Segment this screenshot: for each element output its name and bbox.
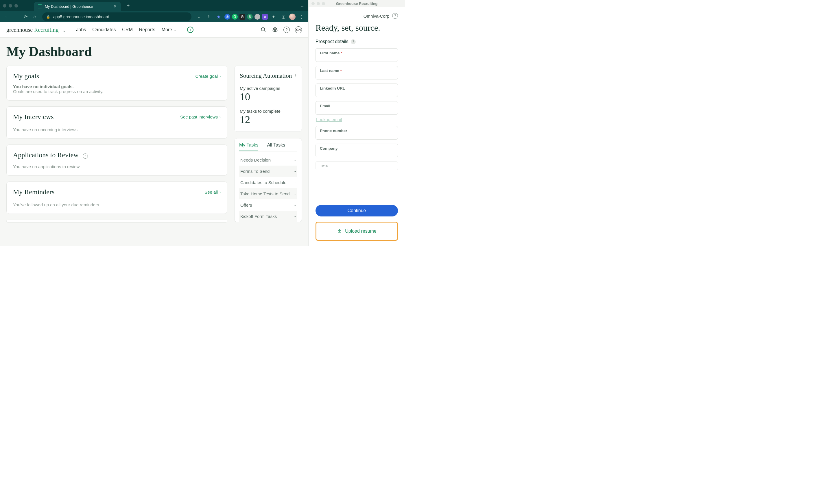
task-value: - xyxy=(294,203,296,207)
task-label: Forms To Send xyxy=(240,169,269,174)
extension-icon[interactable]: o xyxy=(262,14,268,20)
nav-reports[interactable]: Reports xyxy=(139,27,155,32)
chevron-right-icon: › xyxy=(220,74,221,78)
bookmark-star-icon[interactable]: ★ xyxy=(215,13,223,21)
kebab-menu-icon[interactable]: ⋮ xyxy=(297,13,306,21)
reminders-empty: You've followed up on all your due remin… xyxy=(13,202,221,207)
applications-title: Applications to Review i xyxy=(13,151,88,159)
email-field[interactable]: Email xyxy=(316,101,398,115)
applications-empty: You have no applications to review. xyxy=(13,164,221,169)
lock-icon: 🔒 xyxy=(46,15,50,19)
greenhouse-extension-icon[interactable]: 8 xyxy=(247,14,253,20)
task-label: Offers xyxy=(240,203,252,207)
new-tab-button[interactable]: + xyxy=(127,3,130,9)
reminders-title: My Reminders xyxy=(13,188,54,196)
close-tab-icon[interactable]: ✕ xyxy=(114,4,117,9)
browser-chrome: My Dashboard | Greenhouse ✕ + ⌄ ← → ⟳ ⌂ … xyxy=(0,0,308,22)
task-row[interactable]: Forms To Send- xyxy=(239,166,297,177)
chevron-down-icon[interactable]: ⌄ xyxy=(62,28,66,33)
tab-my-tasks[interactable]: My Tasks xyxy=(239,142,258,151)
task-value: - xyxy=(294,158,296,162)
create-goal-link[interactable]: Create goal › xyxy=(195,74,221,78)
search-icon[interactable] xyxy=(260,27,267,33)
active-campaigns-label: My active campaigns xyxy=(240,86,296,91)
task-label: Candidates to Schedule xyxy=(240,180,286,185)
see-all-reminders-link[interactable]: See all › xyxy=(204,190,221,195)
browser-tab[interactable]: My Dashboard | Greenhouse ✕ xyxy=(34,2,121,11)
upload-resume-button[interactable]: Upload resume xyxy=(316,222,398,241)
svg-point-0 xyxy=(261,28,265,31)
phone-number-field[interactable]: Phone number xyxy=(316,126,398,140)
greenhouse-favicon xyxy=(38,4,42,8)
sourcing-automation-card[interactable]: Sourcing Automation › My active campaign… xyxy=(234,66,302,132)
last-name-field[interactable]: Last name * xyxy=(316,66,398,79)
macos-traffic-lights[interactable] xyxy=(3,4,18,7)
tab-title: My Dashboard | Greenhouse xyxy=(45,4,93,9)
tasks-complete-value: 12 xyxy=(240,113,296,126)
interviews-title: My Interviews xyxy=(13,113,54,121)
task-row[interactable]: Take Home Tests to Send- xyxy=(239,188,297,199)
extra-card xyxy=(6,220,227,223)
company-field[interactable]: Company xyxy=(316,144,398,157)
back-icon[interactable]: ← xyxy=(3,13,11,21)
goals-empty-heading: You have no individual goals. xyxy=(13,84,221,89)
task-row[interactable]: Needs Decision- xyxy=(239,154,297,166)
interviews-empty: You have no upcoming interviews. xyxy=(13,127,221,132)
install-icon[interactable]: ⤓ xyxy=(195,13,203,21)
user-avatar-badge[interactable]: GH xyxy=(295,26,302,33)
help-icon[interactable]: ? xyxy=(392,13,398,19)
extension-heading: Ready, set, source. xyxy=(316,23,398,33)
share-icon[interactable]: ⇪ xyxy=(205,13,213,21)
tab-all-tasks[interactable]: All Tasks xyxy=(267,142,285,151)
reminders-card: My Reminders See all › You've followed u… xyxy=(6,181,227,214)
help-icon[interactable]: ? xyxy=(351,39,356,44)
url-text: app5.greenhouse.io/dashboard xyxy=(53,14,109,19)
reload-icon[interactable]: ⟳ xyxy=(22,13,30,21)
task-row[interactable]: Offers- xyxy=(239,199,297,211)
first-name-field[interactable]: First name * xyxy=(316,48,398,62)
extension-icon[interactable]: ① xyxy=(224,14,230,20)
past-interviews-link[interactable]: See past interviews › xyxy=(180,114,221,120)
continue-button[interactable]: Continue xyxy=(316,205,398,216)
info-icon[interactable]: i xyxy=(83,154,88,159)
gear-icon[interactable] xyxy=(272,27,278,33)
chevron-right-icon: › xyxy=(294,72,296,78)
org-name[interactable]: Omniva-Corp xyxy=(363,13,389,19)
nav-candidates[interactable]: Candidates xyxy=(92,27,116,32)
grammarly-extension-icon[interactable]: G xyxy=(232,14,238,20)
sidepanel-icon[interactable]: ◫ xyxy=(279,13,287,21)
app-header: greenhouse Recruiting ⌄ Jobs Candidates … xyxy=(0,22,308,38)
task-row[interactable]: Kickoff Form Tasks- xyxy=(239,211,297,222)
linkedin-url-field[interactable]: LinkedIn URL xyxy=(316,83,398,97)
nav-jobs[interactable]: Jobs xyxy=(76,27,86,32)
address-bar[interactable]: 🔒 app5.greenhouse.io/dashboard xyxy=(42,12,191,21)
help-icon[interactable]: ? xyxy=(283,27,290,33)
prospect-extension-panel: Greenhouse Recruiting Omniva-Corp ? Read… xyxy=(308,0,405,246)
chevron-right-icon: › xyxy=(220,190,221,194)
extensions-puzzle-icon[interactable]: ✦ xyxy=(269,13,278,21)
task-row[interactable]: Candidates to Schedule- xyxy=(239,177,297,188)
extension-icon[interactable] xyxy=(255,14,260,20)
greenhouse-logo[interactable]: greenhouse Recruiting ⌄ xyxy=(6,27,66,33)
chevron-right-icon: › xyxy=(220,115,221,119)
forward-icon[interactable]: → xyxy=(12,13,20,21)
nav-crm[interactable]: CRM xyxy=(122,27,132,32)
dashboard-body: My Dashboard My goals Create goal › You … xyxy=(0,38,308,246)
title-field[interactable]: Title xyxy=(316,161,398,170)
extension-window-title: Greenhouse Recruiting xyxy=(336,1,378,6)
svg-point-2 xyxy=(275,29,276,31)
goals-card: My goals Create goal › You have no indiv… xyxy=(6,66,227,101)
lookup-email-link[interactable]: Lookup email xyxy=(316,117,398,122)
profile-avatar[interactable] xyxy=(289,13,295,20)
task-value: - xyxy=(294,180,296,185)
extension-icon[interactable]: G xyxy=(240,14,245,20)
tabs-dropdown-icon[interactable]: ⌄ xyxy=(300,3,304,8)
prospect-details-label: Prospect details ? xyxy=(316,39,398,44)
task-label: Take Home Tests to Send xyxy=(240,191,290,196)
macos-traffic-lights[interactable] xyxy=(312,2,325,5)
task-label: Kickoff Form Tasks xyxy=(240,214,277,219)
home-icon[interactable]: ⌂ xyxy=(31,13,39,21)
task-value: - xyxy=(294,191,296,196)
nav-more[interactable]: More⌄ xyxy=(162,27,176,32)
add-button[interactable]: + xyxy=(187,27,193,33)
